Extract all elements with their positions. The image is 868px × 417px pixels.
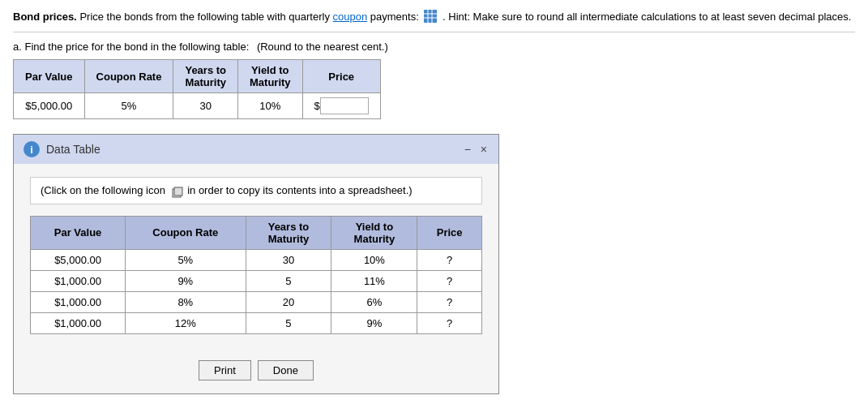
inner-table-row: $5,000.005%3010%?: [31, 249, 482, 270]
modal-header: i Data Table − ×: [14, 135, 498, 164]
col-header-par-value: Par Value: [14, 60, 85, 93]
instruction-body: Price the bonds from the following table…: [79, 11, 332, 23]
inner-cell-yield-3: 9%: [331, 312, 417, 333]
inner-col-par-value: Par Value: [31, 216, 126, 249]
inner-cell-yield-2: 6%: [331, 291, 417, 312]
data-table-modal: i Data Table − × (Click on the following…: [13, 134, 499, 394]
close-button[interactable]: ×: [479, 143, 489, 156]
inner-cell-coupon_rate-2: 8%: [126, 291, 246, 312]
price-input[interactable]: [320, 97, 369, 114]
svg-rect-6: [174, 187, 182, 196]
inner-col-coupon-rate: Coupon Rate: [126, 216, 246, 249]
modal-controls: − ×: [463, 143, 489, 156]
col-header-yield-maturity: Yield toMaturity: [238, 60, 303, 93]
inner-table-row: $1,000.009%511%?: [31, 270, 482, 291]
main-row-years: 30: [173, 93, 238, 119]
inner-cell-years-3: 5: [246, 312, 331, 333]
inner-cell-price-1: ?: [417, 270, 482, 291]
inner-cell-yield-0: 10%: [331, 249, 417, 270]
done-button[interactable]: Done: [258, 360, 314, 380]
main-row-par-value: $5,000.00: [14, 93, 85, 119]
inner-cell-coupon_rate-0: 5%: [126, 249, 246, 270]
main-row-yield: 10%: [238, 93, 303, 119]
inner-col-price: Price: [417, 216, 482, 249]
main-table: Par Value Coupon Rate Years toMaturity Y…: [13, 59, 381, 119]
copy-instruction-suffix: in order to copy its contents into a spr…: [187, 184, 413, 196]
inner-cell-years-0: 30: [246, 249, 331, 270]
inner-data-table: Par Value Coupon Rate Years toMaturity Y…: [30, 216, 482, 334]
inner-cell-price-3: ?: [417, 312, 482, 333]
inner-cell-yield-1: 11%: [331, 270, 417, 291]
instruction-middle: payments:: [370, 11, 422, 23]
hint-text: . Hint: Make sure to round all intermedi…: [443, 11, 851, 23]
inner-cell-par_value-1: $1,000.00: [31, 270, 126, 291]
inner-table-row: $1,000.0012%59%?: [31, 312, 482, 333]
col-header-price: Price: [302, 60, 380, 93]
modal-header-left: i Data Table: [24, 141, 100, 157]
copy-icon[interactable]: [171, 186, 182, 197]
inner-cell-coupon_rate-1: 9%: [126, 270, 246, 291]
inner-table-row: $1,000.008%206%?: [31, 291, 482, 312]
inner-cell-price-2: ?: [417, 291, 482, 312]
inner-cell-par_value-3: $1,000.00: [31, 312, 126, 333]
coupon-link[interactable]: coupon: [333, 11, 368, 23]
part-a-label: a. Find the price for the bond in the fo…: [13, 41, 855, 53]
modal-title: Data Table: [46, 143, 100, 156]
main-row-price: $: [302, 93, 380, 119]
price-dollar-sign: $: [314, 100, 320, 112]
inner-cell-years-1: 5: [246, 270, 331, 291]
spreadsheet-icon[interactable]: [424, 10, 437, 25]
inner-cell-price-0: ?: [417, 249, 482, 270]
copy-instruction-prefix: (Click on the following icon: [41, 184, 165, 196]
col-header-years-maturity: Years toMaturity: [173, 60, 238, 93]
main-table-row: $5,000.00 5% 30 10% $: [14, 93, 381, 119]
inner-cell-par_value-2: $1,000.00: [31, 291, 126, 312]
main-row-coupon-rate: 5%: [84, 93, 173, 119]
inner-col-yield: Yield toMaturity: [331, 216, 417, 249]
inner-cell-years-2: 20: [246, 291, 331, 312]
col-header-coupon-rate: Coupon Rate: [84, 60, 173, 93]
inner-cell-coupon_rate-3: 12%: [126, 312, 246, 333]
minimize-button[interactable]: −: [463, 143, 472, 156]
bold-prefix: Bond prices.: [13, 11, 77, 23]
print-button[interactable]: Print: [199, 360, 251, 380]
inner-col-years: Years toMaturity: [246, 216, 331, 249]
copy-instruction: (Click on the following icon in order to…: [30, 177, 482, 204]
main-instruction: Bond prices. Price the bonds from the fo…: [13, 10, 855, 32]
modal-body: (Click on the following icon in order to…: [14, 164, 498, 360]
svg-rect-0: [424, 10, 437, 23]
inner-cell-par_value-0: $5,000.00: [31, 249, 126, 270]
modal-footer: Print Done: [14, 360, 498, 393]
info-icon: i: [24, 141, 40, 157]
